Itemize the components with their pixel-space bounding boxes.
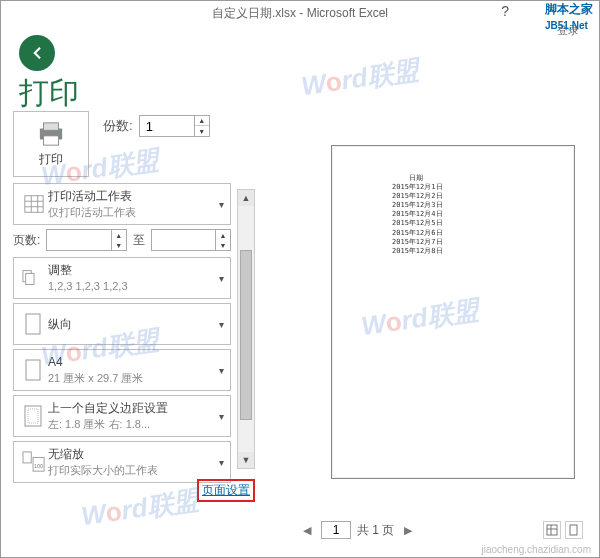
options-scrollbar[interactable]: ▲ ▼ (237, 189, 255, 469)
caret-down-icon: ▾ (219, 411, 224, 422)
arrow-left-icon (28, 44, 46, 62)
preview-page: 日期 2015年12月1日 2015年12月2日 2015年12月3日 2015… (331, 145, 575, 479)
pages-range: 页数: ▲▼ 至 ▲▼ (13, 229, 231, 251)
print-button-label: 打印 (39, 151, 63, 168)
scroll-down-icon[interactable]: ▼ (238, 452, 254, 468)
svg-rect-15 (23, 452, 31, 463)
copies-input[interactable] (140, 119, 194, 134)
watermark: Word联盟 (79, 483, 201, 534)
next-page-button[interactable]: ▶ (400, 522, 416, 538)
preview-nav: ◀ 共 1 页 ▶ (291, 517, 591, 543)
page-title: 打印 (19, 73, 599, 114)
margins-icon (24, 405, 44, 427)
margins-dropdown[interactable]: 上一个自定义边距设置左: 1.8 厘米 右: 1.8... ▾ (13, 395, 231, 437)
svg-point-3 (57, 131, 59, 133)
login-link[interactable]: 登录 (557, 23, 579, 38)
sheet-icon (23, 193, 45, 215)
caret-down-icon: ▾ (219, 273, 224, 284)
help-button[interactable]: ? (501, 3, 509, 19)
svg-rect-4 (25, 196, 43, 213)
paper-size-dropdown[interactable]: A421 厘米 x 29.7 厘米 ▾ (13, 349, 231, 391)
collation-dropdown[interactable]: 调整1,2,3 1,2,3 1,2,3 ▾ (13, 257, 231, 299)
caret-down-icon: ▾ (219, 365, 224, 376)
print-preview: 日期 2015年12月1日 2015年12月2日 2015年12月3日 2015… (291, 111, 591, 543)
svg-rect-18 (547, 525, 557, 535)
pages-label: 页数: (13, 232, 40, 249)
scroll-thumb[interactable] (240, 250, 252, 420)
title-bar: 自定义日期.xlsx - Microsoft Excel ? 脚本之家 JB51… (1, 1, 599, 25)
svg-rect-10 (26, 273, 34, 284)
copies-down-icon[interactable]: ▼ (195, 126, 209, 136)
show-margins-button[interactable] (543, 521, 561, 539)
page-to-input[interactable] (152, 233, 192, 247)
scroll-up-icon[interactable]: ▲ (238, 190, 254, 206)
orientation-dropdown[interactable]: 纵向 ▾ (13, 303, 231, 345)
total-pages-label: 共 1 页 (357, 522, 394, 539)
preview-content: 日期 2015年12月1日 2015年12月2日 2015年12月3日 2015… (392, 174, 443, 256)
svg-rect-12 (26, 360, 40, 380)
svg-rect-21 (570, 525, 577, 535)
current-page-input[interactable] (321, 521, 351, 539)
svg-rect-2 (44, 135, 59, 144)
page-icon (25, 359, 43, 381)
copies-label: 份数: (103, 117, 133, 135)
svg-rect-11 (26, 314, 40, 334)
caret-down-icon: ▾ (219, 199, 224, 210)
scale-icon: 100 (22, 451, 46, 473)
page-from-input[interactable] (47, 233, 87, 247)
caret-down-icon: ▾ (219, 457, 224, 468)
caret-down-icon: ▾ (219, 319, 224, 330)
svg-text:100: 100 (34, 463, 43, 469)
printer-icon (36, 121, 66, 147)
print-what-dropdown[interactable]: 打印活动工作表仅打印活动工作表 ▾ (13, 183, 231, 225)
pages-to-label: 至 (133, 232, 145, 249)
copies-spinner[interactable]: ▲ ▼ (139, 115, 210, 137)
footer-credit: jiaocheng.chazidian.com (481, 544, 591, 555)
collate-icon (22, 267, 46, 289)
copies-up-icon[interactable]: ▲ (195, 116, 209, 126)
portrait-icon (25, 313, 43, 335)
zoom-page-button[interactable] (565, 521, 583, 539)
page-from-spinner[interactable]: ▲▼ (46, 229, 126, 251)
page-to-spinner[interactable]: ▲▼ (151, 229, 231, 251)
window-title: 自定义日期.xlsx - Microsoft Excel (212, 5, 388, 22)
svg-rect-1 (44, 122, 59, 129)
prev-page-button[interactable]: ◀ (299, 522, 315, 538)
scaling-dropdown[interactable]: 100 无缩放打印实际大小的工作表 ▾ (13, 441, 231, 483)
page-setup-link[interactable]: 页面设置 (197, 479, 255, 502)
print-button[interactable]: 打印 (13, 111, 89, 177)
back-button[interactable] (19, 35, 55, 71)
